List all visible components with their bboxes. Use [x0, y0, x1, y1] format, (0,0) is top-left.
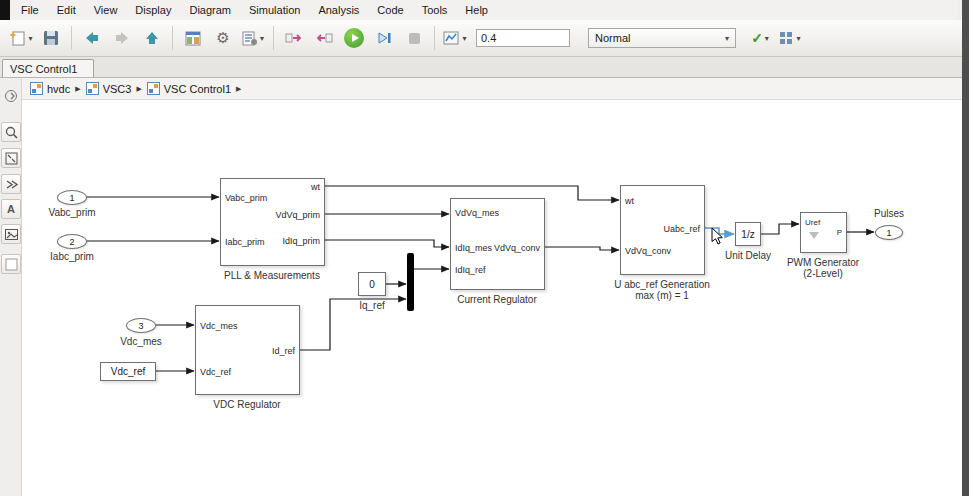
- zoom-button[interactable]: [1, 122, 21, 142]
- new-model-icon: [9, 30, 26, 47]
- signal-in-button[interactable]: [310, 25, 338, 51]
- up-to-parent-button[interactable]: [138, 25, 166, 51]
- breadcrumb-item-vsc-control1[interactable]: VSC Control1: [147, 82, 231, 95]
- signal-out-button[interactable]: [280, 25, 308, 51]
- annotation-button[interactable]: A: [1, 199, 21, 219]
- model-canvas[interactable]: 1 Vabc_prim 2 Iabc_prim 3 Vdc_mes Vabc_p…: [22, 100, 962, 496]
- settings-list-icon: [242, 31, 258, 46]
- arrow-right-icon: [114, 30, 130, 46]
- chevron-down-icon: ▾: [462, 34, 466, 43]
- fit-view-icon: [4, 151, 19, 166]
- empty-box-icon: [4, 257, 19, 272]
- hide-browser-button[interactable]: [1, 86, 21, 106]
- block-constant-iqref[interactable]: 0: [358, 272, 386, 296]
- configuration-menu-button[interactable]: ▾: [239, 25, 267, 51]
- simulink-window: File Edit View Display Diagram Simulatio…: [0, 0, 969, 496]
- block-caption: VDC Regulator: [187, 399, 307, 410]
- port-number: 1: [886, 228, 891, 238]
- breadcrumb-item-vsc3[interactable]: VSC3: [86, 82, 132, 95]
- block-caption: Vdc_mes: [106, 336, 176, 347]
- port-label: Id_ref: [272, 345, 295, 357]
- back-button[interactable]: [78, 25, 106, 51]
- tab-bar: VSC Control1: [0, 57, 962, 78]
- palette-sidebar: A: [0, 78, 22, 496]
- step-forward-button[interactable]: [370, 25, 398, 51]
- forward-button[interactable]: [108, 25, 136, 51]
- block-current-regulator[interactable]: VdVq_mes IdIq_mes IdIq_ref VdVq_conv: [450, 198, 545, 290]
- annotation-icon: A: [7, 203, 15, 215]
- chevron-down-icon: ▾: [765, 34, 769, 43]
- menu-view[interactable]: View: [85, 1, 127, 19]
- toolbar-separator: [71, 26, 72, 50]
- breadcrumb-label: VSC Control1: [164, 83, 231, 95]
- breadcrumb: hvdc ▶ VSC3 ▶ VSC Control1 ▶: [22, 78, 962, 100]
- menu-help[interactable]: Help: [456, 1, 497, 19]
- block-inport-1[interactable]: 1: [57, 190, 87, 205]
- block-pll-measurements[interactable]: Vabc_prim Iabc_prim wt VdVq_prim IdIq_pr…: [220, 178, 325, 266]
- new-model-button[interactable]: ▾: [7, 25, 35, 51]
- mouse-cursor: [712, 228, 722, 244]
- block-mux[interactable]: [407, 253, 414, 311]
- fit-to-view-button[interactable]: [1, 148, 21, 168]
- viewmarks-button[interactable]: [1, 254, 21, 274]
- pan-forward-button[interactable]: [1, 174, 21, 194]
- menu-edit[interactable]: Edit: [48, 1, 85, 19]
- block-uabcref-generation[interactable]: wt VdVq_conv Uabc_ref: [620, 185, 705, 275]
- menu-code[interactable]: Code: [368, 1, 412, 19]
- stop-time-input[interactable]: [476, 29, 570, 47]
- wire-vdvqconv-to-uabcgen[interactable]: [545, 247, 619, 250]
- menu-diagram[interactable]: Diagram: [180, 1, 240, 19]
- port-label: Uabc_ref: [663, 223, 700, 235]
- block-constant-vdcref[interactable]: Vdc_ref: [100, 362, 156, 381]
- pwm-arrow-icon: [809, 232, 819, 239]
- wire-idiqprim-to-currentreg[interactable]: [325, 240, 449, 247]
- arrow-left-icon: [84, 30, 100, 46]
- block-caption: Iq_ref: [342, 300, 402, 311]
- simulation-mode-value: Normal: [595, 32, 630, 44]
- circle-arrow-icon: [4, 89, 18, 103]
- save-button[interactable]: [37, 25, 65, 51]
- wire-unitdelay-to-pwm[interactable]: [761, 224, 799, 234]
- run-button[interactable]: [340, 25, 368, 51]
- block-inport-3[interactable]: 3: [126, 318, 156, 333]
- screenshot-button[interactable]: [1, 224, 21, 244]
- block-unit-delay[interactable]: 1/z: [735, 222, 761, 246]
- model-settings-button[interactable]: ⚙: [209, 25, 237, 51]
- port-number: 3: [138, 321, 143, 331]
- port-label: VdVq_conv: [625, 245, 671, 257]
- breadcrumb-arrow-icon[interactable]: ▶: [75, 85, 80, 93]
- magnifier-icon: [4, 125, 19, 140]
- breadcrumb-arrow-icon[interactable]: ▶: [136, 85, 141, 93]
- port-label: IdIq_mes: [455, 242, 492, 254]
- simulation-mode-select[interactable]: Normal ▾: [588, 28, 736, 48]
- menu-tools[interactable]: Tools: [413, 1, 457, 19]
- tab-vsc-control1[interactable]: VSC Control1: [2, 59, 94, 77]
- model-advisor-button[interactable]: ✓ ▾: [746, 25, 774, 51]
- breadcrumb-item-hvdc[interactable]: hvdc: [30, 82, 70, 95]
- menu-analysis[interactable]: Analysis: [309, 1, 368, 19]
- subsystem-icon: [86, 82, 99, 95]
- simulation-data-inspector-button[interactable]: ▾: [441, 25, 469, 51]
- port-label: Iabc_prim: [225, 236, 265, 248]
- menu-display[interactable]: Display: [126, 1, 180, 19]
- block-outport-1[interactable]: 1: [875, 225, 903, 240]
- menu-file[interactable]: File: [12, 1, 48, 19]
- menu-bar: File Edit View Display Diagram Simulatio…: [10, 0, 957, 20]
- library-browser-button[interactable]: [179, 25, 207, 51]
- wire-uabcref-to-unitdelay-selected[interactable]: [705, 228, 734, 234]
- block-caption: Current Regulator: [437, 294, 557, 305]
- block-caption: Pulses: [859, 208, 919, 219]
- port-label: Vabc_prim: [225, 192, 267, 204]
- block-vdc-regulator[interactable]: Vdc_mes Vdc_ref Id_ref: [195, 305, 300, 395]
- port-number: 1: [69, 193, 74, 203]
- port-label: Uref: [805, 217, 820, 229]
- breadcrumb-arrow-icon[interactable]: ▶: [236, 85, 241, 93]
- build-button[interactable]: ▾: [776, 25, 804, 51]
- check-icon: ✓: [751, 31, 763, 45]
- menu-simulation[interactable]: Simulation: [240, 1, 309, 19]
- block-inport-2[interactable]: 2: [57, 234, 87, 249]
- play-icon: [344, 28, 364, 48]
- stop-button[interactable]: [400, 25, 428, 51]
- block-pwm-generator[interactable]: Uref P: [800, 212, 847, 253]
- toolbar-separator: [434, 26, 435, 50]
